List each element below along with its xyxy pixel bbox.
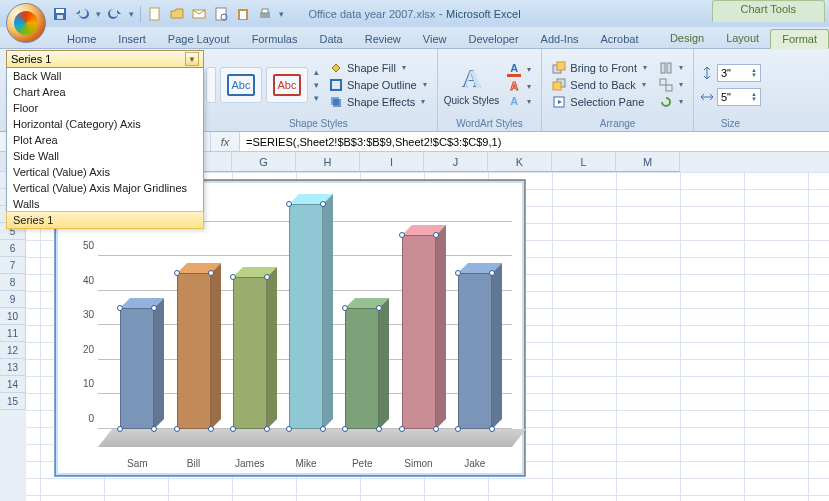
- row-header[interactable]: 11: [0, 325, 26, 342]
- chevron-down-icon[interactable]: ▼: [185, 52, 199, 66]
- style-preset[interactable]: Abc: [220, 67, 262, 103]
- y-tick-label: 0: [68, 413, 94, 424]
- office-button[interactable]: [6, 3, 46, 43]
- row-header[interactable]: 12: [0, 342, 26, 359]
- qat-customize-icon[interactable]: ▾: [279, 9, 284, 19]
- gallery-up-icon[interactable]: ▴: [314, 67, 319, 77]
- print-icon[interactable]: [257, 6, 273, 22]
- tab-view[interactable]: View: [412, 30, 458, 48]
- align-icon: [659, 61, 673, 75]
- bar[interactable]: [289, 204, 323, 429]
- bar[interactable]: [458, 273, 492, 429]
- text-outline-button[interactable]: A▾: [503, 79, 535, 93]
- selector-option[interactable]: Series 1: [6, 211, 204, 229]
- tab-page-layout[interactable]: Page Layout: [157, 30, 241, 48]
- tab-review[interactable]: Review: [354, 30, 412, 48]
- row-header[interactable]: 7: [0, 257, 26, 274]
- paste-icon[interactable]: [235, 6, 251, 22]
- tab-acrobat[interactable]: Acrobat: [590, 30, 650, 48]
- tab-data[interactable]: Data: [308, 30, 353, 48]
- style-preset[interactable]: Abc: [266, 67, 308, 103]
- row-header[interactable]: 10: [0, 308, 26, 325]
- selection-pane-button[interactable]: Selection Pane: [548, 94, 651, 110]
- bar[interactable]: [233, 277, 267, 429]
- y-tick-label: 20: [68, 343, 94, 354]
- align-button[interactable]: ▾: [655, 60, 687, 76]
- selector-option[interactable]: Floor: [7, 100, 203, 116]
- bar[interactable]: [120, 308, 154, 429]
- save-icon[interactable]: [52, 6, 68, 22]
- fx-icon[interactable]: fx: [210, 132, 240, 151]
- gallery-more-icon[interactable]: ▾: [314, 93, 319, 103]
- send-to-back-button[interactable]: Send to Back▾: [548, 77, 651, 93]
- group-label: Arrange: [548, 117, 687, 131]
- row-header[interactable]: 15: [0, 393, 26, 410]
- gallery-down-icon[interactable]: ▾: [314, 80, 319, 90]
- tab-home[interactable]: Home: [56, 30, 107, 48]
- shape-fill-button[interactable]: Shape Fill▾: [325, 60, 431, 76]
- bar[interactable]: [345, 308, 379, 429]
- undo-icon[interactable]: [74, 6, 90, 22]
- height-input[interactable]: 3"▲▼: [717, 64, 761, 82]
- selector-combobox[interactable]: Series 1 ▼: [6, 50, 204, 68]
- bar[interactable]: [402, 235, 436, 429]
- svg-rect-3: [150, 8, 159, 20]
- x-tick-label: Simon: [394, 458, 444, 469]
- selector-option[interactable]: Horizontal (Category) Axis: [7, 116, 203, 132]
- selector-option[interactable]: Side Wall: [7, 148, 203, 164]
- row-header[interactable]: 8: [0, 274, 26, 291]
- wordart-icon[interactable]: A: [462, 64, 481, 94]
- column-header[interactable]: J: [424, 152, 488, 172]
- formula-input[interactable]: =SERIES(,Sheet2!$B$3:$B$9,Sheet2!$C$3:$C…: [240, 132, 829, 151]
- text-fill-button[interactable]: A▾: [503, 61, 535, 78]
- column-header[interactable]: L: [552, 152, 616, 172]
- column-header[interactable]: G: [232, 152, 296, 172]
- shape-effects-button[interactable]: Shape Effects▾: [325, 94, 431, 110]
- column-header[interactable]: K: [488, 152, 552, 172]
- selector-option[interactable]: Back Wall: [7, 68, 203, 84]
- redo-dropdown-icon[interactable]: ▾: [129, 9, 134, 19]
- tab-design[interactable]: Design: [659, 29, 715, 48]
- shape-outline-button[interactable]: Shape Outline▾: [325, 77, 431, 93]
- tab-format[interactable]: Format: [770, 29, 829, 49]
- svg-rect-10: [262, 9, 268, 13]
- group-button[interactable]: ▾: [655, 77, 687, 93]
- new-icon[interactable]: [147, 6, 163, 22]
- svg-rect-8: [240, 11, 246, 19]
- undo-dropdown-icon[interactable]: ▾: [96, 9, 101, 19]
- bar[interactable]: [177, 273, 211, 429]
- x-tick-label: Bill: [169, 458, 219, 469]
- svg-rect-13: [333, 99, 341, 107]
- rotate-button[interactable]: ▾: [655, 94, 687, 110]
- selector-option[interactable]: Plot Area: [7, 132, 203, 148]
- pen-icon: [329, 78, 343, 92]
- selector-option[interactable]: Chart Area: [7, 84, 203, 100]
- row-header[interactable]: 14: [0, 376, 26, 393]
- svg-rect-17: [553, 82, 561, 90]
- selector-option[interactable]: Vertical (Value) Axis Major Gridlines: [7, 180, 203, 196]
- app-name: Microsoft Excel: [446, 8, 521, 20]
- row-header[interactable]: 13: [0, 359, 26, 376]
- tab-insert[interactable]: Insert: [107, 30, 157, 48]
- tab-formulas[interactable]: Formulas: [241, 30, 309, 48]
- column-header[interactable]: H: [296, 152, 360, 172]
- width-input[interactable]: 5"▲▼: [717, 88, 761, 106]
- open-icon[interactable]: [169, 6, 185, 22]
- text-effects-button[interactable]: A▾: [503, 94, 535, 108]
- chart-element-selector[interactable]: Series 1 ▼ Back WallChart AreaFloorHoriz…: [6, 50, 204, 229]
- tab-developer[interactable]: Developer: [457, 30, 529, 48]
- tab-layout[interactable]: Layout: [715, 29, 770, 48]
- text-outline-icon: A: [507, 80, 521, 92]
- row-header[interactable]: 6: [0, 240, 26, 257]
- redo-icon[interactable]: [107, 6, 123, 22]
- tab-add-ins[interactable]: Add-Ins: [530, 30, 590, 48]
- column-header[interactable]: I: [360, 152, 424, 172]
- bring-to-front-button[interactable]: Bring to Front▾: [548, 60, 651, 76]
- print-preview-icon[interactable]: [213, 6, 229, 22]
- selector-option[interactable]: Vertical (Value) Axis: [7, 164, 203, 180]
- selector-option[interactable]: Walls: [7, 196, 203, 212]
- column-header[interactable]: M: [616, 152, 680, 172]
- y-tick-label: 10: [68, 378, 94, 389]
- mail-icon[interactable]: [191, 6, 207, 22]
- row-header[interactable]: 9: [0, 291, 26, 308]
